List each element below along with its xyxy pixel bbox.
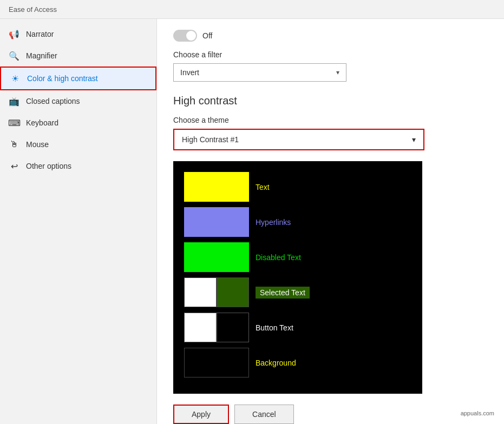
filter-dropdown[interactable]: Invert ▾ <box>173 63 346 82</box>
sidebar-item-keyboard[interactable]: ⌨ Keyboard <box>0 112 156 134</box>
header: Ease of Access <box>0 0 504 19</box>
selected-text-swatch-green[interactable] <box>217 277 249 307</box>
header-title: Ease of Access <box>9 5 57 14</box>
disabled-text-color-swatch[interactable] <box>184 242 249 272</box>
sidebar-item-magnifier[interactable]: 🔍 Magnifier <box>0 45 156 67</box>
narrator-icon: 📢 <box>9 29 19 39</box>
sidebar-item-label: Other options <box>26 162 71 170</box>
sidebar-item-color-high-contrast[interactable]: ☀ Color & high contrast <box>0 67 156 90</box>
high-contrast-section: High contrast Choose a theme High Contra… <box>173 95 488 424</box>
filter-value: Invert <box>180 68 199 77</box>
mouse-icon: 🖱 <box>9 139 19 150</box>
preview-row-hyperlinks: Hyperlinks <box>184 207 411 237</box>
toggle-row: Off <box>173 30 488 42</box>
filter-section: Choose a filter Invert ▾ <box>173 50 488 82</box>
preview-row-disabled-text: Disabled Text <box>184 242 411 272</box>
hyperlinks-color-swatch[interactable] <box>184 207 249 237</box>
sidebar-item-label: Closed captions <box>26 97 80 105</box>
selected-text-swatch-white[interactable] <box>184 277 217 307</box>
text-preview-label: Text <box>256 183 270 191</box>
filter-label: Choose a filter <box>173 50 488 59</box>
magnifier-icon: 🔍 <box>9 50 19 61</box>
captions-icon: 📺 <box>9 96 19 107</box>
background-color-swatch[interactable] <box>184 348 249 377</box>
sidebar: 📢 Narrator 🔍 Magnifier ☀ Color & high co… <box>0 19 157 424</box>
sidebar-item-mouse[interactable]: 🖱 Mouse <box>0 134 156 155</box>
selected-text-swatches <box>184 277 249 307</box>
theme-value: High Contrast #1 <box>182 135 239 144</box>
contrast-preview: Text Hyperlinks Disabled Text <box>173 161 422 394</box>
toggle-label: Off <box>202 31 212 40</box>
preview-row-text: Text <box>184 172 411 202</box>
theme-label: Choose a theme <box>173 116 488 124</box>
selected-text-preview-label: Selected Text <box>256 287 310 299</box>
apply-button[interactable]: Apply <box>173 405 229 424</box>
chevron-down-icon: ▾ <box>336 69 339 76</box>
main-layout: 📢 Narrator 🔍 Magnifier ☀ Color & high co… <box>0 19 504 424</box>
button-text-swatch-white[interactable] <box>184 313 217 342</box>
watermark: appuals.com <box>456 408 499 419</box>
sidebar-item-label: Magnifier <box>26 51 57 60</box>
sidebar-item-label: Keyboard <box>26 118 58 127</box>
hyperlinks-preview-label: Hyperlinks <box>256 218 291 227</box>
sidebar-item-label: Mouse <box>26 140 49 149</box>
preview-row-button-text: Button Text <box>184 313 411 342</box>
color-filter-toggle[interactable] <box>173 30 197 42</box>
button-text-swatch-black[interactable] <box>217 313 249 342</box>
button-row: Apply Cancel <box>173 405 488 424</box>
sidebar-item-label: Color & high contrast <box>27 74 98 83</box>
preview-row-background: Background <box>184 348 411 377</box>
sidebar-item-narrator[interactable]: 📢 Narrator <box>0 23 156 45</box>
sidebar-item-label: Narrator <box>26 30 54 38</box>
theme-dropdown[interactable]: High Contrast #1 ▾ <box>174 130 423 149</box>
other-icon: ↩ <box>9 161 19 171</box>
button-text-preview-label: Button Text <box>256 323 293 332</box>
cancel-button[interactable]: Cancel <box>234 405 294 424</box>
theme-dropdown-wrapper: High Contrast #1 ▾ <box>173 129 424 150</box>
chevron-down-icon: ▾ <box>412 135 416 144</box>
sidebar-item-closed-captions[interactable]: 📺 Closed captions <box>0 90 156 112</box>
button-text-swatches <box>184 313 249 342</box>
preview-row-selected-text: Selected Text <box>184 277 411 307</box>
text-color-swatch[interactable] <box>184 172 249 202</box>
background-preview-label: Background <box>256 359 296 367</box>
disabled-text-preview-label: Disabled Text <box>256 253 301 262</box>
sidebar-item-other-options[interactable]: ↩ Other options <box>0 155 156 177</box>
brightness-icon: ☀ <box>10 73 21 84</box>
section-title: High contrast <box>173 95 488 107</box>
content-area: Off Choose a filter Invert ▾ High contra… <box>157 19 504 424</box>
keyboard-icon: ⌨ <box>9 117 19 128</box>
toggle-knob <box>186 31 196 41</box>
